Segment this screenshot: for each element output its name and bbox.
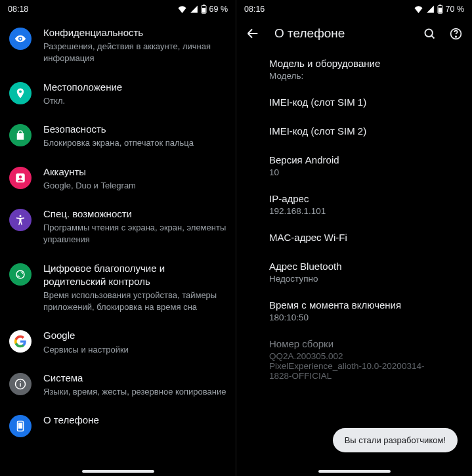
info-title: Модель и оборудование [269,58,439,69]
item-title: О телефоне [43,414,226,427]
accessibility-icon [9,209,32,231]
info-sub2: PixelExperience_alioth-10.0-20200314-182… [269,361,439,381]
info-title: IMEI-код (слот SIM 1) [269,97,439,108]
info-model[interactable]: Модель и оборудование Модель: [236,53,472,91]
item-title: Местоположение [43,81,226,94]
privacy-icon [9,28,32,50]
statusbar: 08:16 70 % [236,0,472,18]
signal-icon [426,5,435,13]
status-time: 08:16 [244,5,265,14]
info-title: MAC-адрес Wi-Fi [269,232,439,243]
google-icon [9,330,32,353]
svg-rect-8 [20,383,21,386]
battery-icon [201,5,207,14]
item-sub: Google, Duo и Telegram [43,180,226,192]
info-title: IMEI-код (слот SIM 2) [269,125,439,137]
item-sub: Программы чтения с экрана, экран, элемен… [43,222,226,246]
svg-rect-1 [203,5,205,5]
battery-icon [437,5,443,14]
item-sub: Откл. [43,95,226,107]
svg-point-6 [16,270,24,278]
svg-rect-9 [20,381,21,382]
item-sub: Разрешения, действия в аккаунте, личная … [43,41,226,64]
item-title: Спец. возможности [43,207,226,221]
page-title: О телефоне [274,26,408,41]
info-title: Адрес Bluetooth [269,261,439,272]
info-title: Номер сборки [269,338,439,349]
settings-list: Конфиденциальность Разрешения, действия … [0,18,236,467]
info-sub: 10 [269,167,439,177]
info-bluetooth[interactable]: Адрес Bluetooth Недоступно [236,255,472,294]
svg-rect-14 [438,8,441,13]
info-title: Время с момента включения [269,299,439,311]
settings-item-wellbeing[interactable]: Цифровое благополучие и родительский кон… [0,254,236,322]
item-title: Система [43,372,226,385]
status-right: 69 % [177,5,228,14]
svg-rect-11 [18,423,22,429]
search-button[interactable] [422,26,437,41]
settings-item-system[interactable]: Система Языки, время, жесты, резервное к… [0,364,236,406]
item-title: Google [43,329,226,342]
battery-pct: 70 % [446,5,465,14]
item-sub: Сервисы и настройки [43,344,226,356]
settings-item-about[interactable]: О телефоне [0,406,236,445]
info-title: Версия Android [269,154,439,165]
info-sub: Недоступно [269,274,439,284]
help-button[interactable] [448,26,463,41]
item-sub: Языки, время, жесты, резервное копирован… [43,386,226,398]
info-build-number[interactable]: Номер сборки QQ2A.200305.002 PixelExperi… [236,333,472,391]
item-title: Цифровое благополучие и родительский кон… [43,262,226,289]
info-mac[interactable]: MAC-адрес Wi-Fi [236,227,472,255]
info-imei2[interactable]: IMEI-код (слот SIM 2) [236,120,472,149]
info-imei1[interactable]: IMEI-код (слот SIM 1) [236,91,472,120]
phone-icon [9,415,32,437]
item-title: Безопасность [43,123,226,136]
developer-toast: Вы стали разработчиком! [333,428,458,452]
status-time: 08:18 [8,5,28,14]
info-sub: 192.168.1.101 [269,206,439,216]
settings-item-location[interactable]: Местоположение Откл. [0,73,236,115]
location-icon [9,82,32,104]
info-sub: Модель: [269,71,439,81]
info-uptime[interactable]: Время с момента включения 180:10:50 [236,294,472,333]
svg-point-5 [20,215,22,217]
settings-item-privacy[interactable]: Конфиденциальность Разрешения, действия … [0,18,236,73]
wellbeing-icon [9,263,32,286]
accounts-icon [9,167,32,189]
svg-rect-13 [439,5,441,5]
info-icon [9,373,32,395]
settings-item-google[interactable]: Google Сервисы и настройки [0,321,236,363]
settings-item-security[interactable]: Безопасность Блокировка экрана, отпечато… [0,115,236,157]
item-sub: Время использования устройства, таймеры … [43,290,226,313]
settings-item-accessibility[interactable]: Спец. возможности Программы чтения с экр… [0,200,236,254]
item-title: Аккаунты [43,165,226,179]
navbar[interactable] [0,467,236,476]
info-sub: 180:10:50 [269,313,439,322]
appbar: О телефоне [236,18,472,53]
item-sub: Блокировка экрана, отпечаток пальца [43,137,226,149]
info-sub: QQ2A.200305.002 [269,351,439,361]
status-right: 70 % [414,5,465,14]
settings-item-accounts[interactable]: Аккаунты Google, Duo и Telegram [0,158,236,200]
battery-pct: 69 % [209,5,228,14]
navbar[interactable] [236,467,472,476]
wifi-icon [177,5,187,13]
svg-point-4 [19,175,22,179]
svg-rect-2 [202,8,205,13]
statusbar: 08:18 69 % [0,0,236,18]
signal-icon [190,5,198,13]
back-button[interactable] [246,26,260,41]
wifi-icon [414,5,423,13]
svg-point-17 [455,36,456,37]
screen-settings-list: 08:18 69 % Конфиденциальность Разрешения… [0,0,236,476]
screen-about-phone: 08:16 70 % О телефоне [236,0,472,476]
info-android-version[interactable]: Версия Android 10 [236,149,472,188]
info-title: IP-адрес [269,193,439,204]
item-title: Конфиденциальность [43,26,226,39]
info-ip[interactable]: IP-адрес 192.168.1.101 [236,188,472,227]
lock-icon [9,124,32,146]
about-content: Модель и оборудование Модель: IMEI-код (… [236,53,472,467]
